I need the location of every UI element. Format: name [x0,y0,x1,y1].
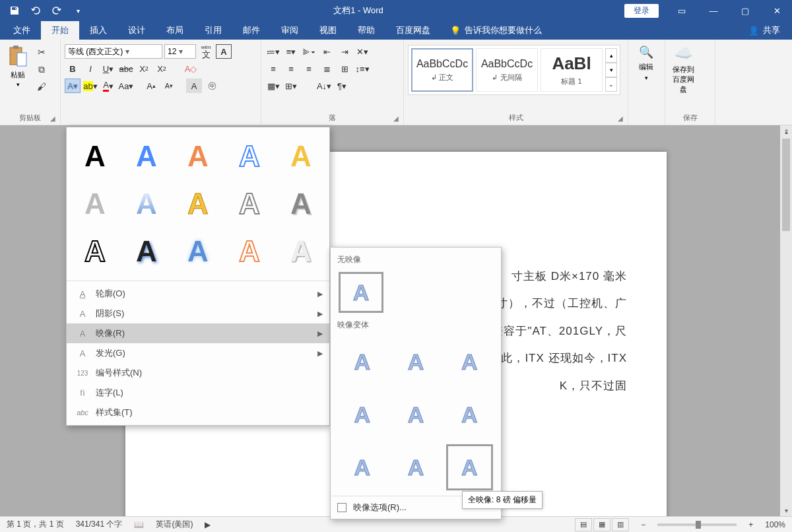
show-marks-icon[interactable]: ¶▾ [334,79,350,93]
tab-file[interactable]: 文件 [3,21,41,40]
styles-launcher-icon[interactable]: ◢ [616,114,625,123]
phonetic-guide-icon[interactable]: wén文 [198,44,214,59]
tab-review[interactable]: 审阅 [271,21,309,40]
text-effects-icon[interactable]: A▾ [65,79,81,93]
decrease-indent-icon[interactable]: ⇤ [319,44,335,59]
view-read-icon[interactable]: ▤ [575,518,592,531]
shrink-font-icon[interactable]: A▾ [161,79,177,93]
scroll-down-icon[interactable]: ▾ [780,504,792,516]
fx-styleset[interactable]: abc样式集(T) [67,403,329,422]
tab-design[interactable]: 设计 [117,21,156,40]
underline-icon[interactable]: U▾ [100,61,116,76]
multilevel-icon[interactable]: ⫸▾ [301,44,317,59]
sort-icon[interactable]: A↓▾ [316,79,332,93]
tab-insert[interactable]: 插入 [79,21,117,40]
fx-preset-10[interactable]: A [278,183,324,225]
borders-icon[interactable]: ⊞▾ [283,79,299,93]
asian-layout-icon[interactable]: ✕▾ [354,44,370,59]
cut-icon[interactable]: ✂ [34,45,49,59]
styles-gallery[interactable]: AaBbCcDc↲ 正文 AaBbCcDc↲ 无间隔 AaBl标题 1 ▴▾⌄ [408,45,620,95]
bullets-icon[interactable]: ≔▾ [265,44,281,59]
shading-icon[interactable]: ▦▾ [265,79,281,93]
paragraph-launcher-icon[interactable]: ◢ [391,114,401,123]
reflection-var-6[interactable]: A [446,391,493,438]
vertical-scrollbar[interactable]: ▴ ▾ [780,125,792,516]
fx-preset-4[interactable]: A [226,135,273,178]
fx-preset-3[interactable]: A [175,135,221,178]
reflection-var-9[interactable]: A [446,444,493,490]
status-macro-icon[interactable]: ▶ [205,520,211,529]
maximize-icon[interactable]: ▢ [730,0,760,21]
reflection-var-7[interactable]: A [339,444,385,490]
font-size-combo[interactable]: 12▾ [164,44,196,59]
tab-references[interactable]: 引用 [194,21,232,40]
zoom-slider[interactable] [657,523,737,526]
change-case-icon[interactable]: Aa▾ [118,79,134,93]
fx-preset-7[interactable]: A [123,183,170,225]
align-right-icon[interactable]: ≡ [301,61,317,76]
gallery-down-icon[interactable]: ▾ [605,63,617,77]
reflection-var-2[interactable]: A [392,339,439,385]
justify-icon[interactable]: ≣ [319,61,335,76]
fx-preset-13[interactable]: A [175,230,221,273]
distributed-icon[interactable]: ⊞ [337,61,352,76]
subscript-icon[interactable]: X2 [136,61,152,76]
fx-preset-2[interactable]: A [123,135,170,178]
zoom-in-icon[interactable]: + [748,520,753,529]
superscript-icon[interactable]: X2 [154,61,170,76]
numbering-icon[interactable]: ≡▾ [283,44,299,59]
minimize-icon[interactable]: — [698,0,729,21]
zoom-out-icon[interactable]: − [641,520,645,529]
reflection-var-4[interactable]: A [339,391,385,438]
status-spellcheck-icon[interactable]: 📖 [134,520,144,529]
reflection-var-5[interactable]: A [392,391,439,438]
fx-preset-14[interactable]: A [226,230,273,273]
style-heading1[interactable]: AaBl标题 1 [541,48,603,92]
fx-preset-9[interactable]: A [226,183,273,225]
bold-icon[interactable]: B [65,61,81,76]
collapse-ribbon-icon[interactable]: ⌃ [783,128,789,137]
find-button[interactable]: 🔍编辑▾ [632,42,660,84]
italic-icon[interactable]: I [82,61,98,76]
tab-home[interactable]: 开始 [41,21,79,40]
status-language[interactable]: 英语(美国) [156,519,193,530]
tab-view[interactable]: 视图 [309,21,347,40]
gallery-more-icon[interactable]: ⌄ [605,77,617,92]
style-normal[interactable]: AaBbCcDc↲ 正文 [411,48,473,92]
align-left-icon[interactable]: ≡ [265,61,281,76]
fx-preset-12[interactable]: A [123,230,170,273]
fx-preset-6[interactable]: A [72,183,118,225]
align-center-icon[interactable]: ≡ [283,61,299,76]
reflection-options-checkbox[interactable] [337,503,346,512]
enclose-char-icon[interactable]: ㊥ [204,79,220,93]
strikethrough-icon[interactable]: abc [118,61,134,76]
gallery-up-icon[interactable]: ▴ [605,48,617,63]
line-spacing-icon[interactable]: ↕≡▾ [354,61,370,76]
share-button[interactable]: 👤共享 [739,21,789,40]
copy-icon[interactable]: ⧉ [34,62,49,77]
save-icon[interactable] [5,1,24,20]
font-color-icon[interactable]: A▾ [100,79,116,93]
fx-preset-5[interactable]: A [278,135,324,178]
zoom-level[interactable]: 100% [765,520,785,529]
highlight-icon[interactable]: ab▾ [82,79,98,93]
reflection-var-3[interactable]: A [446,339,493,385]
undo-icon[interactable] [26,1,45,20]
fx-ligatures[interactable]: fi连字(L) [67,383,329,403]
clear-formatting-icon[interactable]: A◇ [183,61,199,76]
tab-mailings[interactable]: 邮件 [232,21,271,40]
status-wordcount[interactable]: 341/341 个字 [76,519,123,530]
fx-preset-8[interactable]: A [175,183,221,225]
reflection-var-1[interactable]: A [339,339,385,385]
reflection-none[interactable]: A [339,272,383,313]
increase-indent-icon[interactable]: ⇥ [337,44,352,59]
tab-help[interactable]: 帮助 [347,21,385,40]
tell-me-search[interactable]: 💡告诉我你想要做什么 [441,21,551,40]
redo-icon[interactable] [48,1,66,20]
close-icon[interactable]: ✕ [762,0,792,21]
paste-button[interactable]: 粘贴 ▾ [4,42,32,88]
view-web-icon[interactable]: ▥ [612,518,629,531]
fx-number-style[interactable]: 123编号样式(N) [67,363,329,383]
tab-layout[interactable]: 布局 [156,21,194,40]
fx-shadow[interactable]: A阴影(S)▶ [67,304,329,323]
